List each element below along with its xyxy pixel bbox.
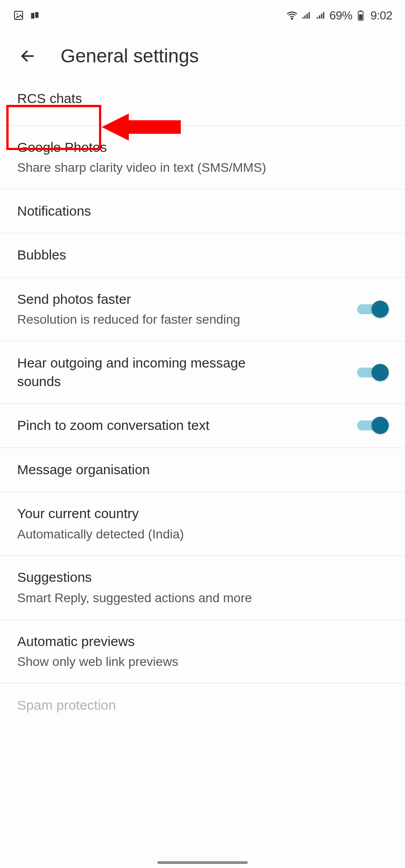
signal-icon-2 <box>315 9 327 21</box>
setting-title: Google Photos <box>17 138 391 157</box>
setting-subtitle: Automatically detected (India) <box>17 526 391 543</box>
setting-title: Notifications <box>17 202 391 221</box>
setting-send-photos-faster[interactable]: Send photos faster Resolution is reduced… <box>0 278 405 341</box>
status-right-icons: 69% 9:02 <box>286 9 392 23</box>
status-left-icons <box>13 9 41 21</box>
back-arrow-icon[interactable] <box>18 47 37 66</box>
setting-title: Suggestions <box>17 568 391 587</box>
setting-title: Bubbles <box>17 246 391 264</box>
svg-point-1 <box>17 14 18 15</box>
status-bar: 69% 9:02 <box>0 0 405 28</box>
app-header: General settings <box>0 28 405 85</box>
toggle-pinch-zoom[interactable] <box>357 417 389 434</box>
svg-rect-14 <box>360 10 362 11</box>
setting-title: RCS chats <box>17 90 391 108</box>
toggle-message-sounds[interactable] <box>357 364 389 381</box>
setting-title: Send photos faster <box>17 290 348 309</box>
setting-subtitle: Show only web link previews <box>17 653 391 670</box>
nav-pill[interactable] <box>157 861 248 864</box>
svg-rect-3 <box>35 12 38 18</box>
setting-automatic-previews[interactable]: Automatic previews Show only web link pr… <box>0 620 405 684</box>
setting-spam-protection[interactable]: Spam protection <box>0 684 405 727</box>
toggle-send-photos-faster[interactable] <box>357 301 389 318</box>
setting-suggestions[interactable]: Suggestions Smart Reply, suggested actio… <box>0 556 405 619</box>
signal-icon-1 <box>301 9 312 21</box>
page-title: General settings <box>61 45 199 67</box>
setting-bubbles[interactable]: Bubbles <box>0 233 405 278</box>
svg-rect-6 <box>304 15 306 19</box>
setting-pinch-zoom[interactable]: Pinch to zoom conversation text <box>0 404 405 448</box>
setting-current-country[interactable]: Your current country Automatically detec… <box>0 492 405 556</box>
svg-rect-11 <box>321 14 322 19</box>
svg-rect-9 <box>317 17 318 19</box>
setting-title: Automatic previews <box>17 632 391 651</box>
setting-title: Message organisation <box>17 461 391 479</box>
wifi-icon <box>286 9 298 21</box>
setting-subtitle: Share sharp clarity video in text (SMS/M… <box>17 159 391 176</box>
setting-subtitle: Resolution is reduced for faster sending <box>17 311 348 328</box>
setting-title: Pinch to zoom conversation text <box>17 416 348 435</box>
svg-rect-15 <box>359 14 363 19</box>
battery-icon <box>355 9 367 21</box>
setting-message-organisation[interactable]: Message organisation <box>0 448 405 492</box>
battery-percent: 69% <box>330 9 353 23</box>
settings-list: RCS chats Google Photos Share sharp clar… <box>0 85 405 727</box>
svg-rect-7 <box>306 14 308 19</box>
setting-title: Spam protection <box>17 696 391 715</box>
svg-rect-12 <box>323 12 324 19</box>
setting-subtitle: Smart Reply, suggested actions and more <box>17 590 391 607</box>
gallery-icon <box>13 9 24 21</box>
navigation-bar <box>0 857 405 868</box>
svg-point-4 <box>291 18 292 19</box>
svg-rect-5 <box>302 17 304 19</box>
clock-time: 9:02 <box>370 9 392 23</box>
setting-notifications[interactable]: Notifications <box>0 189 405 234</box>
svg-rect-8 <box>308 12 310 19</box>
setting-title: Your current country <box>17 505 391 523</box>
setting-message-sounds[interactable]: Hear outgoing and incoming message sound… <box>0 341 405 404</box>
setting-title: Hear outgoing and incoming message sound… <box>17 354 270 391</box>
setting-rcs-chats[interactable]: RCS chats <box>0 85 405 126</box>
sim-icon <box>29 9 41 21</box>
svg-rect-2 <box>31 13 34 19</box>
setting-google-photos[interactable]: Google Photos Share sharp clarity video … <box>0 126 405 189</box>
svg-rect-10 <box>319 15 320 19</box>
